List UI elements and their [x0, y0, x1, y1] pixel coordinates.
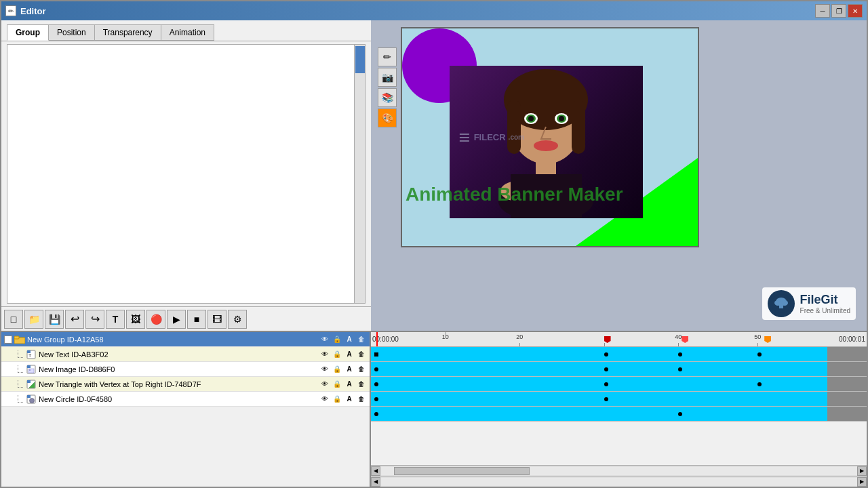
tab-transparency[interactable]: Transparency: [94, 24, 161, 41]
circle-layer-icon: [26, 394, 37, 405]
layer-triangle-row[interactable]: New Triangle with Vertex at Top Right ID…: [1, 377, 370, 392]
circle-a-button[interactable]: A: [344, 394, 355, 405]
close-button[interactable]: ✕: [848, 4, 863, 18]
palette-tool[interactable]: 🎨: [378, 108, 397, 127]
title-bar: ✏ Editor ─ ❐ ✕: [1, 1, 867, 20]
group-eye-button[interactable]: 👁: [319, 334, 330, 345]
image-a-button[interactable]: A: [344, 364, 355, 375]
scroll-right-button[interactable]: ▶: [857, 466, 867, 476]
bottom-toolbar: □ 📁 💾 ↩ ↪ T 🖼: [1, 306, 371, 331]
scroll-left-button2[interactable]: ◀: [371, 477, 380, 487]
play-button[interactable]: ▶: [167, 310, 186, 329]
timeline-cells-text[interactable]: [371, 362, 867, 376]
text-button[interactable]: T: [106, 310, 125, 329]
stop-button[interactable]: ■: [187, 310, 206, 329]
properties-scrollbar[interactable]: [354, 45, 365, 303]
kf-group-3: [757, 352, 762, 357]
timeline-section: - New Group ID-A12A58 👁 🔒 A 🗑: [1, 331, 867, 487]
triangle-delete-button[interactable]: 🗑: [356, 379, 367, 390]
scroll-track2[interactable]: [380, 478, 857, 486]
pencil-tool[interactable]: ✏: [378, 47, 397, 66]
scroll-h-thumb[interactable]: [394, 467, 530, 475]
camera-tool[interactable]: 📷: [378, 68, 397, 87]
watermark-text: FILECR: [474, 132, 506, 142]
color-button[interactable]: 🔴: [146, 310, 165, 329]
timeline-dark-text: [827, 362, 867, 376]
redo-button[interactable]: ↪: [85, 310, 104, 329]
layers-tool[interactable]: 📚: [378, 88, 397, 107]
svg-rect-22: [779, 304, 783, 308]
kf-circ-1: [678, 412, 682, 416]
triangle-a-button[interactable]: A: [344, 379, 355, 390]
scroll-right-button2[interactable]: ▶: [857, 477, 867, 487]
circle-lock-button[interactable]: 🔒: [332, 394, 342, 405]
circle-delete-button[interactable]: 🗑: [356, 394, 367, 405]
tab-animation[interactable]: Animation: [161, 24, 214, 41]
group-layer-actions: 👁 🔒 A 🗑: [319, 334, 367, 345]
marker-40[interactable]: [682, 336, 688, 343]
image-lock-button[interactable]: 🔒: [332, 364, 342, 375]
circle-eye-button[interactable]: 👁: [319, 394, 330, 405]
playhead-line[interactable]: [376, 332, 378, 347]
group-expand-button[interactable]: -: [4, 336, 12, 344]
triangle-layer-svg: [26, 380, 36, 389]
timeline-dark-group: [827, 347, 867, 361]
scroll-track[interactable]: [380, 467, 857, 475]
settings-button[interactable]: ⚙: [228, 310, 247, 329]
maximize-button[interactable]: ❐: [831, 4, 846, 18]
image-icon: 🖼: [131, 314, 140, 325]
timeline-empty: [371, 422, 867, 465]
undo-button[interactable]: ↩: [65, 310, 84, 329]
triangle-eye-button[interactable]: 👁: [319, 379, 330, 390]
right-tools: ✏ 📷 📚 🎨: [378, 27, 397, 127]
timeline-cells-image[interactable]: [371, 377, 867, 391]
text-lock-button[interactable]: 🔒: [332, 349, 342, 360]
new-button[interactable]: □: [4, 310, 23, 329]
save-button[interactable]: 💾: [45, 310, 64, 329]
svg-point-31: [29, 369, 31, 371]
kf-text-1: [604, 367, 608, 371]
timeline-cells-circle[interactable]: [371, 407, 867, 421]
filmstrip-button[interactable]: 🎞: [208, 310, 226, 329]
group-lock-button[interactable]: 🔒: [332, 334, 342, 345]
group-delete-button[interactable]: 🗑: [356, 334, 367, 345]
tick-label-40: 40: [675, 333, 682, 340]
timeline-cells-group[interactable]: [371, 347, 867, 361]
marker-30[interactable]: [604, 336, 611, 343]
image-eye-button[interactable]: 👁: [319, 364, 330, 375]
tab-position[interactable]: Position: [48, 24, 95, 41]
timeline-h-scrollbar2[interactable]: ◀ ▶: [371, 476, 867, 487]
layer-group-row[interactable]: - New Group ID-A12A58 👁 🔒 A 🗑: [1, 332, 370, 347]
tab-group[interactable]: Group: [7, 24, 49, 41]
layer-text-row[interactable]: T New Text ID-AB3F02 👁 🔒 A 🗑: [1, 347, 370, 362]
watermark-domain: .com: [509, 134, 524, 141]
minimize-button[interactable]: ─: [815, 4, 830, 18]
marker-50[interactable]: [764, 336, 771, 343]
timeline-h-scrollbar[interactable]: ◀ ▶: [371, 465, 867, 476]
timeline-cells-triangle[interactable]: [371, 392, 867, 406]
kf-circ-0: [374, 412, 378, 416]
text-layer-icon: T: [26, 349, 37, 360]
layer-circle-row[interactable]: New Circle ID-0F4580 👁 🔒 A 🗑: [1, 392, 370, 407]
tick-label-20: 20: [516, 333, 523, 340]
group-a-button[interactable]: A: [344, 334, 355, 345]
image-button[interactable]: 🖼: [126, 310, 145, 329]
kf-group-0: [374, 352, 378, 357]
image-delete-button[interactable]: 🗑: [356, 364, 367, 375]
scroll-left-button[interactable]: ◀: [371, 466, 380, 476]
watermark-element: FILECR .com: [458, 131, 524, 144]
svg-rect-24: [14, 336, 19, 339]
text-eye-button[interactable]: 👁: [319, 349, 330, 360]
svg-rect-36: [27, 395, 31, 398]
kf-image-2: [757, 382, 762, 386]
open-button[interactable]: 📁: [24, 310, 43, 329]
text-a-button[interactable]: A: [344, 349, 355, 360]
banner-text-element: Animated Banner Maker: [406, 184, 698, 205]
svg-point-10: [534, 140, 558, 151]
triangle-lock-button[interactable]: 🔒: [332, 379, 342, 390]
text-delete-button[interactable]: 🗑: [356, 349, 367, 360]
time-end-label: 00:00:01: [839, 336, 865, 343]
scroll-thumb[interactable]: [355, 46, 365, 73]
play-icon: ▶: [173, 314, 180, 325]
layer-image-row[interactable]: New Image ID-D886F0 👁 🔒 A 🗑: [1, 362, 370, 377]
